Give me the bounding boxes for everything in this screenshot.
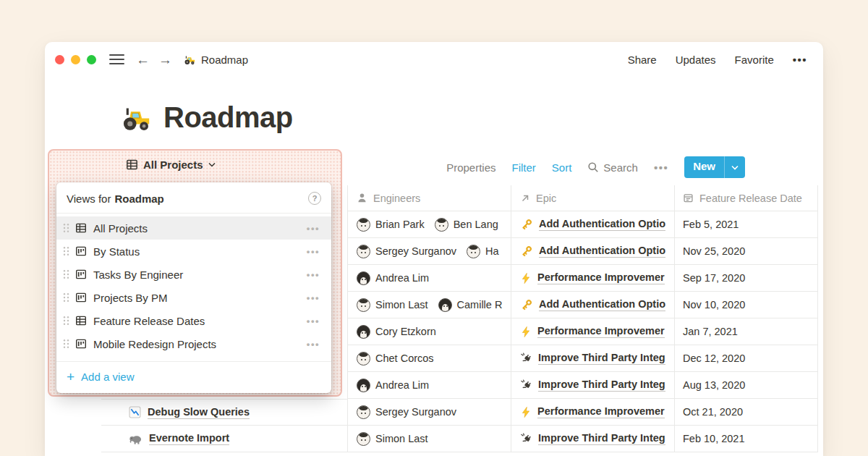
epic-cell[interactable]: Performance Improvemer xyxy=(511,318,674,345)
epic-link[interactable]: Performance Improvemer xyxy=(537,325,665,338)
epic-cell[interactable]: Improve Third Party Integ xyxy=(511,372,674,398)
sort-button[interactable]: Sort xyxy=(552,161,572,174)
drag-handle-icon[interactable] xyxy=(62,269,71,280)
task-link[interactable]: Evernote Import xyxy=(149,432,229,445)
epic-link[interactable]: Add Authentication Optio xyxy=(539,218,665,231)
date-cell[interactable]: Feb 10, 2021 xyxy=(674,426,818,452)
new-button[interactable]: New xyxy=(684,156,745,178)
column-header-engineers[interactable]: Engineers xyxy=(347,185,511,211)
view-item-mobile-redesign-projects[interactable]: Mobile Redesign Projects ••• xyxy=(56,332,331,355)
column-header-release-date[interactable]: Feature Release Date xyxy=(674,185,818,211)
epic-cell[interactable]: Add Authentication Optio xyxy=(511,292,674,318)
help-icon[interactable]: ? xyxy=(308,192,321,205)
maximize-window-button[interactable] xyxy=(87,55,96,64)
back-button[interactable]: ← xyxy=(136,53,150,67)
epic-link[interactable]: Performance Improvemer xyxy=(537,271,665,284)
release-date: Oct 21, 2020 xyxy=(683,406,743,418)
date-cell[interactable]: Nov 25, 2020 xyxy=(674,238,818,264)
table-row[interactable]: Debug Slow Queries xyxy=(101,399,347,426)
epic-cell[interactable]: Add Authentication Optio xyxy=(511,211,674,237)
view-item-more-icon[interactable]: ••• xyxy=(307,269,320,280)
date-cell[interactable]: Dec 12, 2020 xyxy=(674,345,818,371)
close-window-button[interactable] xyxy=(55,55,64,64)
view-item-by-status[interactable]: By Status ••• xyxy=(56,240,331,263)
table-row[interactable]: Evernote Import xyxy=(101,426,347,452)
date-cell[interactable]: Feb 5, 2021 xyxy=(674,211,818,237)
table-row[interactable]: Andrea Lim Improve Third Party Integ Aug… xyxy=(347,372,818,399)
table-row[interactable]: Brian Park Ben Lang Add Authentication O… xyxy=(347,211,818,238)
drag-handle-icon[interactable] xyxy=(62,292,71,303)
table-row[interactable]: Simon Last Camille R Add Authentication … xyxy=(347,292,818,318)
date-cell[interactable]: Jan 7, 2021 xyxy=(674,318,818,345)
drag-handle-icon[interactable] xyxy=(62,222,71,234)
date-cell[interactable]: Sep 17, 2020 xyxy=(674,265,818,291)
sidebar-menu-icon[interactable] xyxy=(106,51,127,67)
share-button[interactable]: Share xyxy=(628,54,657,66)
view-item-more-icon[interactable]: ••• xyxy=(307,316,320,326)
engineers-cell[interactable]: Simon Last Camille R xyxy=(347,292,511,318)
epic-cell[interactable]: Improve Third Party Integ xyxy=(511,426,674,452)
bolt-icon xyxy=(520,406,532,418)
view-switcher-button[interactable]: All Projects xyxy=(126,159,216,171)
forward-button[interactable]: → xyxy=(158,53,172,67)
minimize-window-button[interactable] xyxy=(71,55,80,64)
properties-button[interactable]: Properties xyxy=(446,161,495,174)
date-cell[interactable]: Oct 21, 2020 xyxy=(674,399,818,425)
epic-cell[interactable]: Performance Improvemer xyxy=(511,399,674,425)
engineers-cell[interactable]: Sergey Surganov Ha xyxy=(347,238,511,264)
engineers-cell[interactable]: Brian Park Ben Lang xyxy=(347,211,511,237)
table-row[interactable]: Chet Corcos Improve Third Party Integ De… xyxy=(347,345,818,372)
engineers-cell[interactable]: Sergey Surganov xyxy=(347,399,511,425)
task-link[interactable]: Debug Slow Queries xyxy=(148,406,250,419)
engineers-cell[interactable]: Cory Etzkorn xyxy=(347,318,511,345)
view-item-more-icon[interactable]: ••• xyxy=(307,292,320,303)
updates-button[interactable]: Updates xyxy=(676,54,716,66)
epic-link[interactable]: Add Authentication Optio xyxy=(539,298,665,311)
epic-cell[interactable]: Performance Improvemer xyxy=(511,265,674,291)
favorite-button[interactable]: Favorite xyxy=(735,54,774,66)
epic-cell[interactable]: Improve Third Party Integ xyxy=(511,345,674,371)
search-button[interactable]: Search xyxy=(587,161,638,174)
engineers-cell[interactable]: Andrea Lim xyxy=(347,265,511,291)
view-item-tasks-by-engineer[interactable]: Tasks By Engineer ••• xyxy=(56,263,331,286)
breadcrumb[interactable]: Roadmap xyxy=(184,54,248,66)
epic-link[interactable]: Improve Third Party Integ xyxy=(538,352,665,365)
engineers-cell[interactable]: Andrea Lim xyxy=(347,372,511,398)
bolt-icon xyxy=(520,272,532,284)
table-row[interactable]: Sergey Surganov Ha Add Authentication Op… xyxy=(347,238,818,265)
drag-handle-icon[interactable] xyxy=(62,315,71,326)
epic-link[interactable]: Add Authentication Optio xyxy=(539,245,665,258)
view-item-all-projects[interactable]: All Projects ••• xyxy=(56,216,331,240)
engineer-name: Simon Last xyxy=(375,433,428,444)
engineers-cell[interactable]: Simon Last xyxy=(347,426,511,452)
view-item-projects-by-pm[interactable]: Projects By PM ••• xyxy=(56,286,331,309)
new-dropdown-button[interactable] xyxy=(724,156,745,178)
engineers-cell[interactable]: Chet Corcos xyxy=(347,345,511,371)
epic-cell[interactable]: Add Authentication Optio xyxy=(511,238,674,264)
toolbar-more-icon[interactable]: ••• xyxy=(654,161,668,174)
add-view-button[interactable]: + Add a view xyxy=(67,371,321,383)
view-item-more-icon[interactable]: ••• xyxy=(307,223,320,234)
table-row[interactable]: Sergey Surganov Performance Improvemer O… xyxy=(347,399,818,426)
tractor-icon[interactable] xyxy=(122,104,152,132)
view-item-more-icon[interactable]: ••• xyxy=(307,339,320,350)
date-cell[interactable]: Nov 10, 2020 xyxy=(674,292,818,318)
date-cell[interactable]: Aug 13, 2020 xyxy=(674,372,818,398)
epic-link[interactable]: Improve Third Party Integ xyxy=(538,379,665,392)
engineer-chip: Andrea Lim xyxy=(357,271,429,285)
filter-button[interactable]: Filter xyxy=(512,161,536,174)
drag-handle-icon[interactable] xyxy=(62,338,71,350)
table-row[interactable]: Cory Etzkorn Performance Improvemer Jan … xyxy=(347,318,818,345)
engineer-name: Chet Corcos xyxy=(375,352,434,364)
table-row[interactable]: Simon Last Improve Third Party Integ Feb… xyxy=(347,426,818,452)
chart-decreasing-icon xyxy=(129,406,141,418)
more-options-icon[interactable]: ••• xyxy=(793,54,807,66)
view-item-feature-release-dates[interactable]: Feature Release Dates ••• xyxy=(56,309,331,332)
column-header-epic[interactable]: Epic xyxy=(511,185,674,211)
view-item-more-icon[interactable]: ••• xyxy=(307,246,320,257)
drag-handle-icon[interactable] xyxy=(62,245,71,257)
epic-link[interactable]: Performance Improvemer xyxy=(537,405,665,418)
chevron-down-icon xyxy=(208,162,216,167)
epic-link[interactable]: Improve Third Party Integ xyxy=(538,432,665,445)
table-row[interactable]: Andrea Lim Performance Improvemer Sep 17… xyxy=(347,265,818,292)
